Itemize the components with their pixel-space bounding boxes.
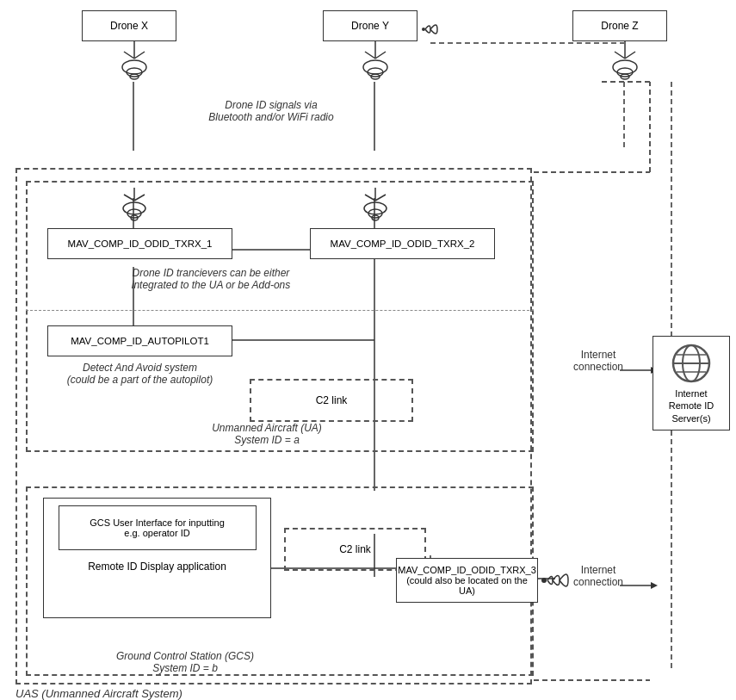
svg-point-36 — [363, 60, 387, 74]
txrx3-label: MAV_COMP_ID_ODID_TXRX_3(could also be lo… — [398, 565, 536, 596]
txrx1-box: MAV_COMP_ID_ODID_TXRX_1 — [47, 228, 232, 259]
detect-avoid-label: Detect And Avoid system(could be a part … — [52, 362, 228, 386]
drone-z-label: Drone Z — [601, 20, 638, 32]
drone-y-box: Drone Y — [323, 10, 417, 41]
ua-label: Unmanned Aircraft (UA)System ID = a — [138, 422, 396, 446]
txrx1-antenna — [119, 188, 150, 225]
gcs-ui-label: GCS User Interface for inputtinge.g. ope… — [90, 517, 225, 538]
c2-link-gcs-label: C2 link — [339, 543, 371, 555]
ua-divider — [26, 310, 534, 311]
remote-id-display-label: Remote ID Display application — [88, 557, 226, 573]
c2-link-ua-label: C2 link — [316, 394, 348, 406]
svg-line-27 — [124, 52, 134, 59]
internet-server-label: InternetRemote IDServer(s) — [669, 387, 714, 424]
txrx3-box: MAV_COMP_ID_ODID_TXRX_3(could also be lo… — [396, 558, 538, 603]
txrx2-label: MAV_COMP_ID_ODID_TXRX_2 — [331, 238, 475, 249]
internet-connection-bottom-label: Internetconnection — [551, 564, 646, 588]
internet-connection-top-label: Internetconnection — [551, 349, 646, 373]
svg-point-43 — [617, 68, 633, 77]
svg-line-35 — [375, 52, 386, 59]
svg-line-34 — [365, 52, 375, 59]
svg-line-41 — [625, 52, 635, 59]
svg-point-57 — [541, 578, 547, 583]
internet-server-box: InternetRemote IDServer(s) — [653, 336, 730, 431]
svg-marker-17 — [651, 582, 658, 589]
svg-line-28 — [134, 52, 145, 59]
drone-x-antenna — [119, 41, 150, 84]
globe-icon — [670, 342, 713, 384]
svg-point-30 — [127, 68, 142, 77]
drone-z-box: Drone Z — [572, 10, 667, 41]
autopilot-label: MAV_COMP_ID_AUTOPILOT1 — [71, 336, 209, 346]
gcs-inner-box: GCS User Interface for inputtinge.g. ope… — [43, 498, 271, 618]
tranceiver-note: Drone ID trancievers can be eitherintegr… — [108, 267, 314, 291]
signal-label: Drone ID signals viaBluetooth and/or WiF… — [189, 99, 353, 123]
txrx1-label: MAV_COMP_ID_ODID_TXRX_1 — [68, 238, 213, 249]
drone-y-signal — [422, 19, 446, 42]
drone-z-antenna — [609, 41, 640, 84]
gcs-ui-box: GCS User Interface for inputtinge.g. ope… — [59, 505, 257, 550]
drone-x-label: Drone X — [110, 20, 148, 32]
svg-point-29 — [122, 60, 146, 74]
drone-y-label: Drone Y — [351, 20, 389, 32]
svg-point-54 — [364, 202, 387, 214]
svg-line-52 — [365, 195, 375, 201]
svg-point-32 — [422, 28, 425, 31]
drone-x-box: Drone X — [82, 10, 176, 41]
svg-point-48 — [123, 202, 145, 214]
svg-line-47 — [134, 195, 145, 201]
svg-line-53 — [375, 195, 386, 201]
diagram: Drone X Drone Y — [0, 0, 736, 700]
txrx2-box: MAV_COMP_ID_ODID_TXRX_2 — [310, 228, 495, 259]
uas-label: UAS (Unmanned Aircraft System) — [15, 687, 182, 700]
txrx2-antenna — [360, 188, 391, 225]
c2-link-ua-box: C2 link — [250, 379, 413, 422]
drone-y-antenna — [360, 41, 391, 84]
svg-point-37 — [368, 68, 383, 77]
autopilot-box: MAV_COMP_ID_AUTOPILOT1 — [47, 325, 232, 356]
svg-line-46 — [124, 195, 134, 201]
gcs-label: Ground Control Station (GCS)System ID = … — [47, 650, 323, 674]
svg-point-42 — [613, 60, 637, 74]
svg-line-40 — [615, 52, 625, 59]
